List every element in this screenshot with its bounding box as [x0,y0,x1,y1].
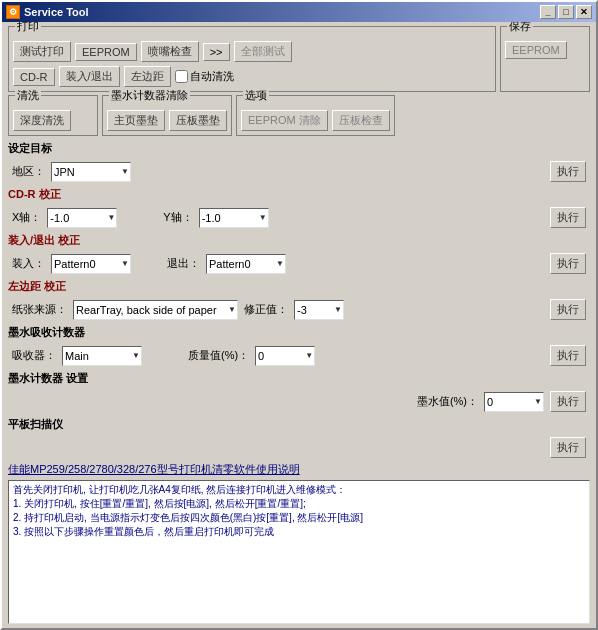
minimize-button[interactable]: _ [540,5,556,19]
main-ink-button[interactable]: 主页墨垫 [107,110,165,131]
window-icon: ⚙ [6,5,20,19]
loadunload-label: 装入/退出 校正 [8,233,80,248]
flatbed-header: 平板扫描仪 [8,415,590,434]
correction-select[interactable]: -3 [294,300,344,320]
clean-row1: 深度清洗 [13,110,93,131]
load-select-wrapper: Pattern0 [51,254,131,274]
destination-controls: 地区： JPN 执行 [8,161,590,182]
auto-clean-label: 自动清洗 [190,69,234,84]
ink-counter-clean-label: 墨水计数器清除 [109,88,190,103]
x-label: X轴： [12,210,41,225]
unload-label: 退出： [167,256,200,271]
auto-clean-checkbox-label: 自动清洗 [175,69,234,84]
destination-row: 设定目标 [8,139,590,158]
y-select[interactable]: -1.0 [199,208,269,228]
instruction-content: 首先关闭打印机, 让打印机吃几张A4复印纸, 然后连接打印机进入维修模式： 1.… [13,484,363,537]
auto-clean-checkbox[interactable] [175,70,188,83]
correction-label: 修正值： [244,302,288,317]
leftmargin-execute-button[interactable]: 执行 [550,299,586,320]
loadunload-execute-button[interactable]: 执行 [550,253,586,274]
amount-label: 质量值(%)： [188,348,249,363]
loadunload-controls: 装入： Pattern0 退出： Pattern0 执行 [8,253,590,274]
instruction-text-area[interactable]: 首先关闭打印机, 让打印机吃几张A4复印纸, 然后连接打印机进入维修模式： 1.… [8,480,590,624]
load-unload-button[interactable]: 装入/退出 [59,66,120,87]
platen-ink-button[interactable]: 压板墨垫 [169,110,227,131]
flatbed-label: 平板扫描仪 [8,417,63,432]
unload-select-wrapper: Pattern0 [206,254,286,274]
middle-section-group: 清洗 深度清洗 墨水计数器清除 主页墨垫 压板墨垫 选项 EEPROM 清除 压… [8,95,590,136]
print-section-label: 打印 [15,22,41,34]
load-select[interactable]: Pattern0 [51,254,131,274]
print-section: 打印 测试打印 EEPROM 喷嘴检查 >> 全部测试 CD-R 装入/退出 左… [8,26,496,92]
absorber-label: 吸收器： [12,348,56,363]
leftmargin-label: 左边距 校正 [8,279,66,294]
save-section: 保存 EEPROM [500,26,590,92]
y-label: Y轴： [163,210,192,225]
deep-clean-button[interactable]: 深度清洗 [13,110,71,131]
left-margin-button[interactable]: 左边距 [124,66,171,87]
maximize-button[interactable]: □ [558,5,574,19]
inkamount-select[interactable]: 0 [484,392,544,412]
cdr-section-label: CD-R 校正 [8,187,61,202]
ink-counter-clean-section: 墨水计数器清除 主页墨垫 压板墨垫 [102,95,232,136]
region-select[interactable]: JPN [51,162,131,182]
x-select[interactable]: -1.0 [47,208,117,228]
leftmargin-controls: 纸张来源： RearTray, back side of paper 修正值： … [8,299,590,320]
inkabsorber-controls: 吸收器： Main 质量值(%)： 0 执行 [8,345,590,366]
title-bar: ⚙ Service Tool _ □ ✕ [2,2,596,22]
inkcountersetting-label: 墨水计数器 设置 [8,371,88,386]
inkcountersetting-controls: 墨水值(%)： 0 执行 [8,391,590,412]
flatbed-execute-button[interactable]: 执行 [550,437,586,458]
nozzle-check-button[interactable]: 喷嘴检查 [141,41,199,62]
top-section-group: 打印 测试打印 EEPROM 喷嘴检查 >> 全部测试 CD-R 装入/退出 左… [8,26,590,92]
close-button[interactable]: ✕ [576,5,592,19]
inkamount-label: 墨水值(%)： [417,394,478,409]
source-select[interactable]: RearTray, back side of paper [73,300,238,320]
cdr-controls: X轴： -1.0 Y轴： -1.0 执行 [8,207,590,228]
main-window: ⚙ Service Tool _ □ ✕ 打印 测试打印 EEPROM 喷嘴检查… [0,0,598,630]
amount-select[interactable]: 0 [255,346,315,366]
content-area: 打印 测试打印 EEPROM 喷嘴检查 >> 全部测试 CD-R 装入/退出 左… [2,22,596,628]
flatbed-controls: 执行 [8,437,590,458]
inkabsorber-header: 墨水吸收计数器 [8,323,590,342]
save-eeprom-button[interactable]: EEPROM [505,41,567,59]
cdr-execute-button[interactable]: 执行 [550,207,586,228]
eeprom-print-button[interactable]: EEPROM [75,43,137,61]
source-select-wrapper: RearTray, back side of paper [73,300,238,320]
load-label: 装入： [12,256,45,271]
info-section: 佳能MP259/258/2780/328/276型号打印机清零软件使用说明 首先… [8,461,590,624]
x-select-wrapper: -1.0 [47,208,117,228]
inkabsorber-execute-button[interactable]: 执行 [550,345,586,366]
correction-select-wrapper: -3 [294,300,344,320]
all-test-button[interactable]: 全部测试 [234,41,292,62]
options-row: EEPROM 清除 压板检查 [241,110,390,131]
inkcountersetting-header: 墨水计数器 设置 [8,369,590,388]
leftmargin-header: 左边距 校正 [8,277,590,296]
cd-r-button[interactable]: CD-R [13,68,55,86]
platen-check-button[interactable]: 压板检查 [332,110,390,131]
inkamount-select-wrapper: 0 [484,392,544,412]
window-title: Service Tool [24,6,540,18]
options-section: 选项 EEPROM 清除 压板检查 [236,95,395,136]
info-title-link[interactable]: 佳能MP259/258/2780/328/276型号打印机清零软件使用说明 [8,461,590,478]
destination-execute-button[interactable]: 执行 [550,161,586,182]
destination-section-label: 设定目标 [8,141,52,156]
print-row2: CD-R 装入/退出 左边距 自动清洗 [13,66,491,87]
inkabsorber-label: 墨水吸收计数器 [8,325,85,340]
clean-section: 清洗 深度清洗 [8,95,98,136]
title-bar-buttons: _ □ ✕ [540,5,592,19]
cdr-correction-header: CD-R 校正 [8,185,590,204]
arrow-button[interactable]: >> [203,43,230,61]
inkcountersetting-execute-button[interactable]: 执行 [550,391,586,412]
unload-select[interactable]: Pattern0 [206,254,286,274]
save-section-label: 保存 [507,22,533,34]
print-row1: 测试打印 EEPROM 喷嘴检查 >> 全部测试 [13,41,491,62]
absorber-select-wrapper: Main [62,346,142,366]
save-row1: EEPROM [505,41,585,59]
region-label: 地区： [12,164,45,179]
test-print-button[interactable]: 测试打印 [13,41,71,62]
absorber-select[interactable]: Main [62,346,142,366]
options-section-label: 选项 [243,88,269,103]
amount-select-wrapper: 0 [255,346,315,366]
eeprom-clear-button[interactable]: EEPROM 清除 [241,110,328,131]
